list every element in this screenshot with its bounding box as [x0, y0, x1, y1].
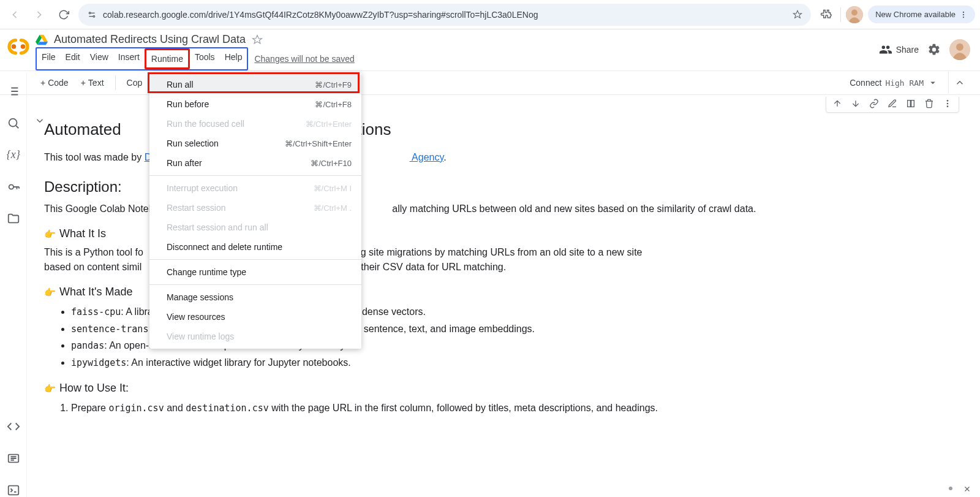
svg-point-7 [12, 44, 17, 49]
menu-view[interactable]: View [85, 48, 113, 69]
svg-point-0 [89, 12, 91, 14]
changes-link[interactable]: Changes will not be saved [254, 54, 354, 64]
connect-dropdown-icon[interactable] [927, 77, 938, 88]
runtime-dropdown: Run all⌘/Ctrl+F9 Run before⌘/Ctrl+F8 Run… [149, 72, 361, 95]
colab-header: Automated Redirects Using Crawl Data Fil… [0, 29, 980, 70]
connect-button[interactable]: Connect [850, 78, 881, 88]
add-code-button[interactable]: +Code [34, 75, 75, 90]
chrome-update-pill[interactable]: New Chrome available [868, 6, 975, 23]
toc-icon[interactable] [7, 85, 20, 95]
svg-point-6 [963, 16, 964, 17]
forward-button[interactable] [29, 5, 49, 25]
svg-point-3 [851, 9, 858, 15]
user-avatar[interactable] [949, 39, 970, 60]
extensions-icon[interactable] [816, 5, 835, 25]
svg-point-8 [21, 44, 26, 49]
url-bar[interactable]: colab.research.google.com/drive/1Y4msGtQ… [78, 4, 811, 26]
browser-bar: colab.research.google.com/drive/1Y4msGtQ… [0, 0, 980, 29]
gear-icon[interactable] [927, 43, 941, 56]
menu-help[interactable]: Help [220, 48, 247, 69]
dd-run-before[interactable]: Run before⌘/Ctrl+F8 [149, 94, 361, 95]
svg-point-1 [93, 15, 95, 17]
add-text-button[interactable]: +Text [75, 75, 110, 90]
reload-button[interactable] [54, 5, 74, 25]
people-icon [879, 43, 892, 56]
svg-point-5 [963, 13, 964, 15]
toggle-header-button[interactable] [948, 72, 970, 94]
menu-tools[interactable]: Tools [190, 48, 220, 69]
left-rail: {x} [0, 72, 27, 95]
menu-bar: File Edit View Insert Runtime Tools Help… [36, 47, 879, 70]
svg-point-4 [963, 11, 964, 12]
back-button[interactable] [5, 5, 24, 25]
star-icon[interactable] [793, 10, 802, 20]
site-info-icon[interactable] [87, 10, 97, 20]
svg-point-10 [956, 44, 963, 51]
copy-to-drive-button[interactable]: Cop [121, 75, 149, 90]
url-text: colab.research.google.com/drive/1Y4msGtQ… [103, 10, 786, 20]
toolbar: +Code +Text Cop Connect High RAM [0, 70, 980, 95]
ram-label: High RAM [885, 78, 924, 88]
share-button[interactable]: Share [879, 43, 919, 56]
menu-edit[interactable]: Edit [61, 48, 85, 69]
menu-runtime[interactable]: Runtime [146, 50, 188, 67]
profile-avatar[interactable] [846, 6, 863, 23]
doc-title[interactable]: Automated Redirects Using Crawl Data [54, 33, 246, 46]
menu-file[interactable]: File [37, 48, 61, 69]
dd-run-all[interactable]: Run all⌘/Ctrl+F9 [149, 75, 361, 94]
menu-insert[interactable]: Insert [113, 48, 145, 69]
drive-icon [36, 34, 48, 46]
star-outline-icon[interactable] [252, 34, 263, 45]
colab-logo-icon[interactable] [7, 36, 29, 58]
